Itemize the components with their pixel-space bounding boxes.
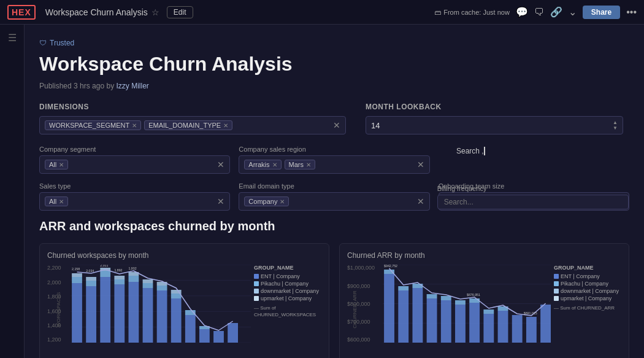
svg-rect-27 (171, 298, 182, 343)
remove-email-tag[interactable]: ✕ (223, 122, 228, 129)
month-lookback-input[interactable]: 14 ▲ ▼ (366, 116, 623, 134)
dimension-tag-email[interactable]: EMAIL_DOMAIN_TYPE ✕ (144, 120, 232, 130)
email-domain-tag-company[interactable]: Company ✕ (244, 197, 289, 206)
churned-arr-title: Churned ARR by month (347, 251, 621, 260)
bar-group-3 (100, 268, 110, 343)
lookback-spinners[interactable]: ▲ ▼ (613, 120, 618, 131)
bar-group-10 (199, 326, 210, 343)
svg-rect-8 (72, 273, 82, 277)
svg-rect-32 (199, 329, 210, 343)
svg-rect-65 (526, 317, 537, 343)
svg-rect-64 (512, 315, 523, 343)
svg-rect-15 (114, 284, 125, 343)
svg-rect-55 (441, 296, 451, 300)
share-button[interactable]: Share (583, 6, 620, 19)
sales-type-field: Sales type All ✕ ✕ (39, 182, 230, 211)
remove-arrakis[interactable]: ✕ (272, 161, 277, 168)
svg-rect-25 (157, 286, 167, 290)
svg-rect-7 (72, 277, 82, 283)
email-domain-type-box[interactable]: Company ✕ ✕ (239, 192, 429, 211)
chat-icon[interactable]: 🗨 (534, 7, 544, 18)
svg-rect-13 (100, 271, 110, 277)
cache-badge: 🗃 From cache: Just now (434, 9, 510, 16)
svg-rect-62 (498, 311, 508, 343)
legend-line-label: — Sum of CHURNED_WORKSPACES (254, 305, 321, 318)
more-icon[interactable]: ••• (626, 7, 637, 18)
document-title: Workspace Churn Analysis (45, 7, 148, 17)
remove-mars[interactable]: ✕ (306, 161, 311, 168)
company-segment-field: Company segment All ✕ ✕ (39, 146, 230, 174)
trusted-badge: 🛡 Trusted (39, 39, 74, 47)
topbar: HEX Workspace Churn Analysis ☆ Edit 🗃 Fr… (0, 0, 644, 25)
arr-bar-2 (398, 286, 408, 343)
dimension-tag-workspace[interactable]: WORKSPACE_SEGMENT ✕ (45, 120, 141, 130)
remove-company-email[interactable]: ✕ (280, 198, 285, 205)
sidebar-toggle-icon[interactable]: ☰ (8, 32, 17, 44)
arr-bar-3 (412, 284, 423, 343)
star-icon[interactable]: ☆ (151, 7, 159, 17)
month-lookback-label: Month lookback (366, 103, 629, 111)
sales-region-tag-mars[interactable]: Mars ✕ (285, 160, 315, 169)
company-segment-tag-all[interactable]: All ✕ (45, 160, 68, 169)
dimensions-label: Dimensions (39, 103, 346, 111)
svg-rect-53 (427, 294, 437, 298)
churned-workspaces-area: 2,200 2,000 1,800 1,600 1,400 1,200 (47, 265, 321, 354)
company-segment-clear[interactable]: ✕ (217, 160, 224, 169)
chart-svg-area-right: $942,752 $676,951 $691,015 (383, 265, 551, 343)
sales-type-box[interactable]: All ✕ ✕ (39, 192, 230, 211)
billing-frequency-field: Billing frequency (437, 185, 629, 209)
bar-group-12 (228, 323, 238, 343)
sales-region-tag-arrakis[interactable]: Arrakis ✕ (244, 160, 281, 169)
svg-text:$942,752: $942,752 (384, 265, 397, 268)
y-axis-label-right: CHURNED_ARR (352, 290, 358, 328)
edit-button[interactable]: Edit (167, 6, 193, 18)
page-title: Workspace Churn Analysis (39, 52, 629, 76)
arr-bar-7 (469, 298, 480, 343)
bar-group-1 (72, 273, 82, 343)
bar-group-2 (86, 277, 96, 343)
right-legend-down: downmarket | Company (554, 288, 621, 294)
billing-frequency-search[interactable] (437, 195, 629, 209)
sales-type-tag-all[interactable]: All ✕ (45, 197, 68, 206)
company-sales-region-box[interactable]: Arrakis ✕ Mars ✕ ✕ (239, 155, 429, 174)
svg-rect-46 (384, 274, 394, 343)
dimensions-clear-icon[interactable]: ✕ (333, 120, 340, 130)
svg-text:$691,015: $691,015 (524, 312, 537, 316)
sales-type-clear[interactable]: ✕ (217, 197, 224, 206)
arr-bar-5 (441, 296, 451, 343)
right-legend-line: — Sum of CHURNED_ARR (554, 305, 621, 311)
svg-rect-12 (100, 277, 110, 343)
remove-all-sales-type[interactable]: ✕ (59, 198, 64, 205)
svg-rect-35 (228, 323, 238, 343)
author-link[interactable]: Izzy Miller (116, 82, 148, 90)
sales-region-clear[interactable]: ✕ (417, 160, 424, 169)
arr-bar-10 (512, 315, 523, 343)
svg-rect-60 (483, 314, 494, 343)
sidebar: ☰ (0, 25, 25, 358)
bar-group-6 (143, 279, 153, 343)
bar-group-4 (114, 276, 125, 343)
hex-logo: HEX (7, 5, 36, 20)
svg-rect-21 (143, 288, 153, 343)
spinner-down[interactable]: ▼ (613, 126, 618, 131)
dimensions-filter-box[interactable]: WORKSPACE_SEGMENT ✕ EMAIL_DOMAIN_TYPE ✕ … (39, 116, 346, 134)
svg-rect-9 (86, 286, 96, 343)
chevron-down-icon[interactable]: ⌄ (569, 6, 577, 18)
spinner-up[interactable]: ▲ (613, 120, 618, 125)
dimensions-tags: WORKSPACE_SEGMENT ✕ EMAIL_DOMAIN_TYPE ✕ (45, 120, 327, 130)
remove-workspace-tag[interactable]: ✕ (132, 122, 137, 129)
right-legend-up: upmarket | Company (554, 295, 621, 302)
company-segment-box[interactable]: All ✕ ✕ (39, 155, 230, 174)
svg-rect-18 (129, 282, 139, 343)
svg-rect-19 (129, 276, 139, 282)
comment-icon[interactable]: 💬 (516, 6, 528, 18)
right-chart-legend: GROUP_NAME ENT | Company Pikachu | Compa… (554, 265, 621, 311)
main-layout: ☰ 🛡 Trusted Workspace Churn Analysis Pub… (0, 25, 644, 358)
page-content: 🛡 Trusted Workspace Churn Analysis Publi… (25, 25, 644, 358)
link-icon[interactable]: 🔗 (550, 6, 562, 18)
email-domain-clear[interactable]: ✕ (417, 197, 424, 206)
svg-rect-66 (540, 305, 551, 343)
bar-group-9 (185, 310, 196, 343)
remove-all-segment[interactable]: ✕ (59, 161, 64, 168)
sales-type-label: Sales type (39, 182, 230, 190)
